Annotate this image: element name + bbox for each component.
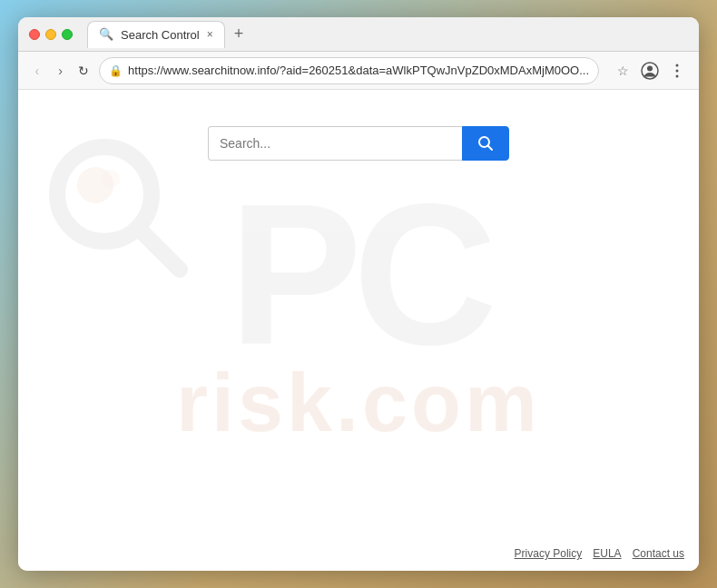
lock-icon: 🔒 bbox=[109, 64, 123, 77]
new-tab-button[interactable]: + bbox=[229, 24, 250, 44]
back-button[interactable]: ‹ bbox=[29, 60, 45, 82]
forward-button[interactable]: › bbox=[53, 60, 69, 82]
svg-point-7 bbox=[102, 170, 120, 188]
search-button[interactable] bbox=[462, 126, 509, 161]
reload-button[interactable]: ↻ bbox=[75, 60, 92, 82]
tab-close-icon[interactable]: × bbox=[207, 28, 213, 41]
footer: Privacy Policy EULA Contact us bbox=[515, 547, 684, 560]
tab-favicon: 🔍 bbox=[99, 27, 113, 42]
search-icon bbox=[477, 135, 494, 152]
watermark-pc: PC bbox=[229, 175, 488, 375]
close-button[interactable] bbox=[29, 29, 40, 40]
address-bar: ‹ › ↻ 🔒 https://www.searchitnow.info/?ai… bbox=[18, 52, 699, 90]
traffic-lights bbox=[29, 29, 73, 40]
url-bar[interactable]: 🔒 https://www.searchitnow.info/?aid=2602… bbox=[99, 57, 599, 84]
search-input[interactable] bbox=[208, 126, 462, 161]
url-actions: ☆ bbox=[612, 60, 688, 82]
minimize-button[interactable] bbox=[45, 29, 56, 40]
magnifier-watermark bbox=[45, 135, 191, 280]
active-tab[interactable]: 🔍 Search Control × bbox=[87, 21, 225, 48]
svg-point-2 bbox=[676, 64, 679, 66]
svg-line-8 bbox=[139, 229, 180, 270]
more-icon bbox=[669, 63, 685, 79]
search-container bbox=[208, 126, 509, 161]
svg-point-1 bbox=[647, 65, 653, 71]
watermark-risk: risk.com bbox=[176, 357, 541, 450]
eula-link[interactable]: EULA bbox=[593, 547, 621, 560]
svg-line-10 bbox=[488, 146, 493, 151]
account-icon bbox=[641, 62, 659, 80]
account-button[interactable] bbox=[639, 60, 661, 82]
maximize-button[interactable] bbox=[62, 29, 73, 40]
url-text: https://www.searchitnow.info/?aid=260251… bbox=[128, 64, 589, 77]
menu-button[interactable] bbox=[666, 60, 688, 82]
page-content: PC risk.com Privacy Policy EULA Contact … bbox=[18, 90, 699, 571]
title-bar: 🔍 Search Control × + bbox=[18, 17, 699, 52]
tab-area: 🔍 Search Control × + bbox=[87, 21, 688, 48]
privacy-policy-link[interactable]: Privacy Policy bbox=[515, 547, 583, 560]
browser-window: 🔍 Search Control × + ‹ › ↻ 🔒 https://www… bbox=[18, 17, 699, 571]
bookmark-button[interactable]: ☆ bbox=[612, 60, 634, 82]
tab-title: Search Control bbox=[121, 28, 200, 42]
svg-point-4 bbox=[676, 74, 679, 77]
svg-point-3 bbox=[676, 69, 679, 72]
contact-us-link[interactable]: Contact us bbox=[633, 547, 684, 560]
